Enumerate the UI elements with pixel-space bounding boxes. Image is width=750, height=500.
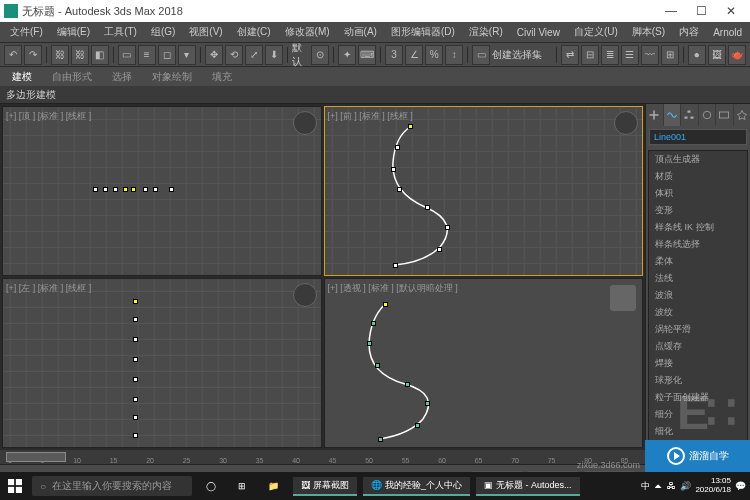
viewport-left[interactable]: [+] [左 ] [标准 ] [线框 ]: [2, 278, 322, 448]
spinner-snap-button[interactable]: ↕: [445, 45, 463, 65]
move-button[interactable]: ✥: [205, 45, 223, 65]
menu-group[interactable]: 组(G): [145, 23, 181, 41]
placement-button[interactable]: ⬇: [265, 45, 283, 65]
viewport-label-top[interactable]: [+] [顶 ] [标准 ] [线框 ]: [6, 110, 91, 123]
viewport-label-persp[interactable]: [+] [透视 ] [标准 ] [默认明暗处理 ]: [328, 282, 458, 295]
maximize-button[interactable]: ☐: [686, 2, 716, 20]
select-region-button[interactable]: ◻: [158, 45, 176, 65]
manipulate-button[interactable]: ✦: [338, 45, 356, 65]
display-tab[interactable]: [716, 104, 733, 126]
render-setup-button[interactable]: 🖼: [708, 45, 726, 65]
modifier-item[interactable]: 涡轮平滑: [649, 321, 747, 338]
modifier-item[interactable]: 材质: [649, 168, 747, 185]
ribbon-poly-modeling[interactable]: 多边形建模: [6, 88, 56, 102]
tab-object-paint[interactable]: 对象绘制: [148, 68, 196, 86]
pivot-button[interactable]: ⊙: [311, 45, 329, 65]
task-3dsmax[interactable]: ▣ 无标题 - Autodes...: [476, 477, 580, 496]
close-button[interactable]: ✕: [716, 2, 746, 20]
modifier-item[interactable]: 体积: [649, 185, 747, 202]
viewcube-front[interactable]: [614, 111, 638, 135]
start-button[interactable]: [4, 475, 26, 497]
menu-edit[interactable]: 编辑(E): [51, 23, 96, 41]
percent-snap-button[interactable]: %: [425, 45, 443, 65]
schematic-button[interactable]: ⊞: [661, 45, 679, 65]
align-button[interactable]: ⊟: [581, 45, 599, 65]
modifier-item[interactable]: 顶点生成器: [649, 151, 747, 168]
scene-explorer-button[interactable]: ☰: [621, 45, 639, 65]
unlink-button[interactable]: ⛓: [71, 45, 89, 65]
viewport-label-left[interactable]: [+] [左 ] [标准 ] [线框 ]: [6, 282, 91, 295]
snap-toggle-button[interactable]: 3: [385, 45, 403, 65]
angle-snap-button[interactable]: ∠: [405, 45, 423, 65]
select-button[interactable]: ▭: [118, 45, 136, 65]
tab-selection[interactable]: 选择: [108, 68, 136, 86]
motion-tab[interactable]: [699, 104, 716, 126]
scale-button[interactable]: ⤢: [245, 45, 263, 65]
tray-icon[interactable]: ⏶: [654, 481, 663, 491]
viewport-front[interactable]: [+] [前 ] [标准 ] [线框 ]: [324, 106, 644, 276]
keyboard-shortcut-button[interactable]: ⌨: [358, 45, 376, 65]
modifier-item[interactable]: 变形: [649, 202, 747, 219]
coord-system-dropdown[interactable]: 默认: [292, 41, 310, 69]
time-slider-thumb[interactable]: [6, 452, 66, 462]
undo-button[interactable]: ↶: [4, 45, 22, 65]
menu-tools[interactable]: 工具(T): [98, 23, 143, 41]
volume-icon[interactable]: 🔊: [680, 481, 691, 491]
system-tray[interactable]: 中 ⏶ 🖧 🔊 13:05 2020/6/18 💬: [641, 477, 746, 495]
menu-graph-editor[interactable]: 图形编辑器(D): [385, 23, 461, 41]
menu-civilview[interactable]: Civil View: [511, 25, 566, 40]
viewcube-top[interactable]: [293, 111, 317, 135]
ime-indicator[interactable]: 中: [641, 480, 650, 493]
modifier-item[interactable]: 焊接: [649, 355, 747, 372]
menu-create[interactable]: 创建(C): [231, 23, 277, 41]
menu-file[interactable]: 文件(F): [4, 23, 49, 41]
menu-arnold[interactable]: Arnold: [707, 25, 748, 40]
redo-button[interactable]: ↷: [24, 45, 42, 65]
viewport-top[interactable]: [+] [顶 ] [标准 ] [线框 ]: [2, 106, 322, 276]
render-button[interactable]: 🫖: [728, 45, 746, 65]
menu-view[interactable]: 视图(V): [183, 23, 228, 41]
tab-modeling[interactable]: 建模: [8, 68, 36, 86]
network-icon[interactable]: 🖧: [667, 481, 676, 491]
bind-button[interactable]: ◧: [91, 45, 109, 65]
task-taskview[interactable]: ⊞: [230, 479, 254, 493]
tab-freeform[interactable]: 自由形式: [48, 68, 96, 86]
mirror-button[interactable]: ⇄: [561, 45, 579, 65]
curve-editor-button[interactable]: 〰: [641, 45, 659, 65]
minimize-button[interactable]: —: [656, 2, 686, 20]
utilities-tab[interactable]: [734, 104, 751, 126]
object-name-field[interactable]: Line001: [649, 129, 747, 145]
menu-script[interactable]: 脚本(S): [626, 23, 671, 41]
task-browser[interactable]: 🌐 我的经验_个人中心: [363, 477, 470, 496]
filter-button[interactable]: ▾: [178, 45, 196, 65]
menu-animation[interactable]: 动画(A): [338, 23, 383, 41]
link-button[interactable]: ⛓: [51, 45, 69, 65]
modifier-item[interactable]: 波纹: [649, 304, 747, 321]
menu-modifier[interactable]: 修改器(M): [279, 23, 336, 41]
taskbar-search[interactable]: ○ 在这里输入你要搜索的内容: [32, 476, 192, 496]
modifier-item[interactable]: 法线: [649, 270, 747, 287]
modifier-item[interactable]: 样条线 IK 控制: [649, 219, 747, 236]
viewport-perspective[interactable]: [+] [透视 ] [标准 ] [默认明暗处理 ]: [324, 278, 644, 448]
notifications-icon[interactable]: 💬: [735, 481, 746, 491]
modifier-item[interactable]: 波浪: [649, 287, 747, 304]
task-cortana[interactable]: ◯: [198, 479, 224, 493]
menu-content[interactable]: 内容: [673, 23, 705, 41]
viewport-label-front[interactable]: [+] [前 ] [标准 ] [线框 ]: [328, 110, 413, 123]
select-name-button[interactable]: ≡: [138, 45, 156, 65]
viewcube-left[interactable]: [293, 283, 317, 307]
tab-populate[interactable]: 填充: [208, 68, 236, 86]
layers-button[interactable]: ≣: [601, 45, 619, 65]
rotate-button[interactable]: ⟲: [225, 45, 243, 65]
clock[interactable]: 13:05 2020/6/18: [695, 477, 731, 495]
modifier-item[interactable]: 点缓存: [649, 338, 747, 355]
menu-render[interactable]: 渲染(R): [463, 23, 509, 41]
modifier-item[interactable]: 柔体: [649, 253, 747, 270]
material-editor-button[interactable]: ●: [688, 45, 706, 65]
create-tab[interactable]: [646, 104, 663, 126]
modifier-item[interactable]: 样条线选择: [649, 236, 747, 253]
named-sel-button[interactable]: ▭: [472, 45, 490, 65]
menu-customize[interactable]: 自定义(U): [568, 23, 624, 41]
task-screenshot[interactable]: 🖼 屏幕截图: [293, 477, 357, 496]
task-explorer[interactable]: 📁: [260, 479, 287, 493]
